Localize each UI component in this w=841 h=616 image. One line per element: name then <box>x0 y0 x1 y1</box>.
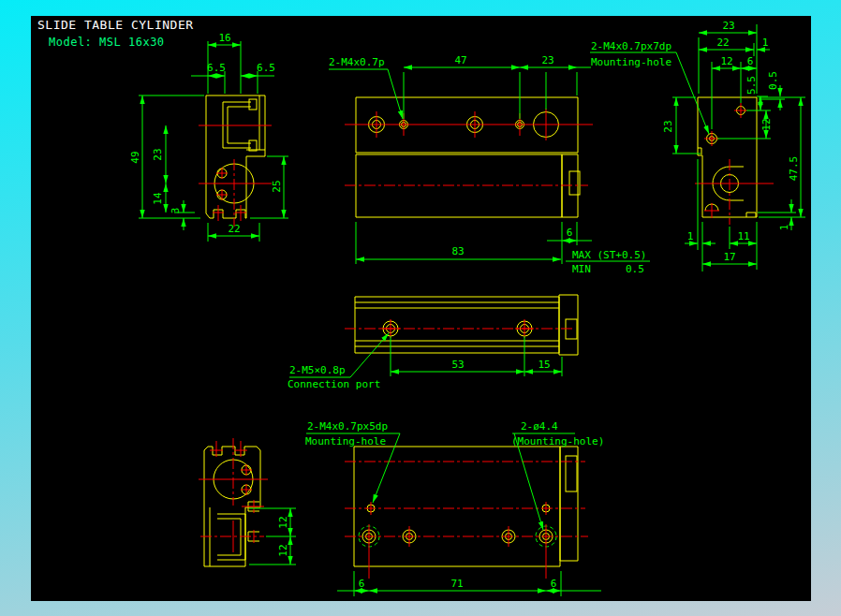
thread-callout: 2-M4x0.7p <box>329 56 385 68</box>
bottom-left-view-centerlines <box>199 438 268 552</box>
dim-16: 16 <box>218 32 230 44</box>
bottom-view-centerlines <box>345 462 588 579</box>
bottom-mount-callout: 2-M4x0.7px5dp <box>307 420 388 433</box>
dim-23: 23 <box>152 148 164 160</box>
bottom-left-view: 12 12 <box>199 438 296 566</box>
cad-viewport[interactable]: SLIDE TABLE CYLINDER Model: MSL 16x30 <box>31 16 811 601</box>
front-view: 2-M4x0.7p 47 23 6 83 MAX (ST+0.5) MIN 0.… <box>329 54 650 275</box>
dim-11: 11 <box>737 230 749 242</box>
dim-5-5: 5.5 <box>745 76 758 95</box>
mounting-hole-subcallout: Mounting-hole <box>591 56 671 68</box>
stroke-min-note: MIN <box>572 263 591 275</box>
dim-47-5: 47.5 <box>788 156 800 182</box>
bottom-view-labels: 2-M4x0.7px5dp Mounting-hole 2-ø4.4 (Moun… <box>305 420 604 590</box>
dia-subcallout: (Mounting-hole) <box>511 435 604 447</box>
dim-23-top: 23 <box>722 20 734 32</box>
model-label: Model: MSL 16x30 <box>49 36 165 49</box>
drawing-title: SLIDE TABLE CYLINDER <box>37 18 194 32</box>
dim-22: 22 <box>228 223 240 235</box>
dim-17: 17 <box>723 251 735 263</box>
dim-23: 23 <box>541 54 553 66</box>
stroke-max-note: MAX (ST+0.5) <box>572 249 646 261</box>
dim-1-bottom: 1 <box>687 230 694 242</box>
port-callout: 2-M5×0.8p <box>289 364 346 376</box>
left-view-outline <box>206 95 265 218</box>
dim-12-top: 12 <box>720 55 732 67</box>
dim-83: 83 <box>451 245 464 257</box>
window-frame: SLIDE TABLE CYLINDER Model: MSL 16x30 <box>0 0 841 616</box>
stroke-min-value: 0.5 <box>626 263 644 275</box>
top-view-outline <box>355 295 578 355</box>
dim-6-left: 6 <box>359 578 365 590</box>
dim-49: 49 <box>129 151 141 163</box>
dim-15: 15 <box>538 359 550 371</box>
right-view-outline <box>698 97 757 217</box>
mounting-hole-callout: 2-M4x0.7px7dp <box>591 40 671 52</box>
dim-22: 22 <box>716 37 729 49</box>
top-view-centerlines <box>345 319 573 338</box>
left-side-view: 16 6.5 6.5 49 23 14 3 25 22 <box>129 32 288 242</box>
dim-3: 3 <box>170 208 182 214</box>
dim-12-right: 12 <box>760 118 773 130</box>
dim-53: 53 <box>451 359 464 371</box>
right-side-view: 2-M4x0.7px7dp Mounting-hole 23 22 1 12 6… <box>590 20 805 271</box>
bottom-mount-subcallout: Mounting-hole <box>305 435 386 447</box>
dim-6: 6 <box>567 227 573 239</box>
dim-71: 71 <box>450 578 463 590</box>
cad-drawing: SLIDE TABLE CYLINDER Model: MSL 16x30 <box>31 16 811 601</box>
bottom-view-dimensions <box>306 433 601 596</box>
dim-6-5-left: 6.5 <box>207 62 226 74</box>
dim-12-b: 12 <box>277 544 289 556</box>
bottom-view: 2-M4x0.7px5dp Mounting-hole 2-ø4.4 (Moun… <box>305 420 604 596</box>
dim-6-top: 6 <box>747 55 754 67</box>
dim-6-right: 6 <box>551 578 557 590</box>
dim-0-5: 0.5 <box>767 71 779 90</box>
top-view: 2-M5×0.8p Connection port 53 15 <box>288 295 578 390</box>
front-view-labels: 2-M4x0.7p 47 23 6 83 MAX (ST+0.5) MIN 0.… <box>329 54 646 275</box>
right-view-labels: 2-M4x0.7px7dp Mounting-hole 23 22 1 12 6… <box>591 20 800 263</box>
dia-callout: 2-ø4.4 <box>521 420 558 433</box>
dim-1-top: 1 <box>762 37 769 49</box>
dim-12-a: 12 <box>277 516 289 528</box>
port-subcallout: Connection port <box>288 378 380 390</box>
dim-25: 25 <box>271 180 283 192</box>
dim-23-left: 23 <box>662 120 674 132</box>
dim-1-right: 1 <box>778 225 790 231</box>
dim-6-5-right: 6.5 <box>257 62 275 74</box>
title-block: SLIDE TABLE CYLINDER Model: MSL 16x30 <box>37 18 194 49</box>
dim-47: 47 <box>454 54 466 66</box>
top-view-labels: 2-M5×0.8p Connection port 53 15 <box>288 359 551 390</box>
left-view-centerlines <box>199 125 272 227</box>
dim-14: 14 <box>152 192 164 205</box>
